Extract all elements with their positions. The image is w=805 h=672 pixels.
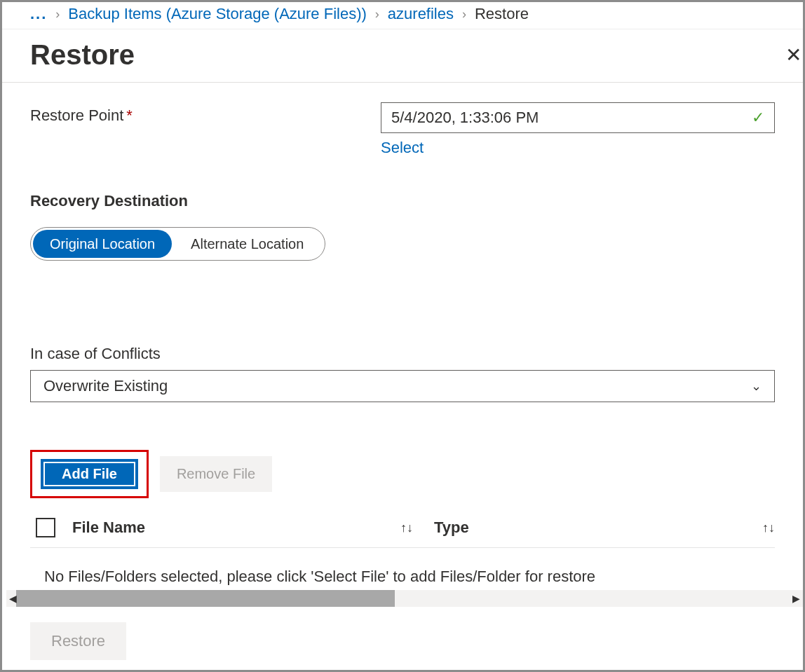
alternate-location-option[interactable]: Alternate Location — [174, 228, 325, 260]
table-header: File Name ↑↓ Type ↑↓ — [30, 518, 775, 548]
conflicts-label: In case of Conflicts — [30, 345, 775, 363]
add-file-button[interactable]: Add File — [41, 459, 138, 489]
sort-icon[interactable]: ↑↓ — [762, 521, 775, 535]
recovery-destination-toggle: Original Location Alternate Location — [30, 227, 325, 261]
empty-files-message: No Files/Folders selected, please click … — [44, 568, 775, 586]
restore-point-input[interactable]: 5/4/2020, 1:33:06 PM ✓ — [381, 102, 775, 133]
add-file-highlight: Add File — [30, 450, 149, 498]
horizontal-scrollbar[interactable]: ◀ ▶ — [6, 590, 803, 607]
conflicts-dropdown[interactable]: Overwrite Existing ⌄ — [30, 370, 775, 402]
select-all-checkbox[interactable] — [36, 518, 55, 537]
scrollbar-thumb[interactable] — [16, 590, 395, 607]
breadcrumb-backup-items[interactable]: Backup Items (Azure Storage (Azure Files… — [68, 5, 366, 23]
column-type[interactable]: Type ↑↓ — [434, 519, 775, 537]
restore-button: Restore — [30, 622, 126, 660]
breadcrumb-separator-icon: › — [375, 7, 379, 22]
close-icon[interactable]: ✕ — [785, 43, 801, 67]
original-location-option[interactable]: Original Location — [33, 230, 172, 258]
remove-file-button: Remove File — [160, 456, 272, 492]
restore-point-label: Restore Point* — [30, 102, 381, 125]
conflicts-value: Overwrite Existing — [43, 377, 168, 395]
column-file-name[interactable]: File Name ↑↓ — [72, 519, 434, 537]
restore-point-value: 5/4/2020, 1:33:06 PM — [391, 109, 539, 127]
breadcrumb: ... › Backup Items (Azure Storage (Azure… — [2, 2, 803, 29]
scroll-left-icon[interactable]: ◀ — [6, 593, 20, 604]
breadcrumb-current: Restore — [475, 5, 529, 23]
page-title: Restore — [30, 39, 135, 71]
chevron-down-icon: ⌄ — [751, 378, 762, 394]
breadcrumb-separator-icon: › — [462, 7, 466, 22]
checkmark-icon: ✓ — [752, 109, 764, 127]
recovery-destination-heading: Recovery Destination — [30, 192, 775, 210]
breadcrumb-separator-icon: › — [55, 7, 60, 22]
scroll-right-icon[interactable]: ▶ — [790, 593, 803, 604]
sort-icon[interactable]: ↑↓ — [400, 521, 413, 535]
select-link[interactable]: Select — [381, 139, 424, 157]
breadcrumb-ellipsis[interactable]: ... — [30, 5, 47, 23]
breadcrumb-azurefiles[interactable]: azurefiles — [388, 5, 454, 23]
